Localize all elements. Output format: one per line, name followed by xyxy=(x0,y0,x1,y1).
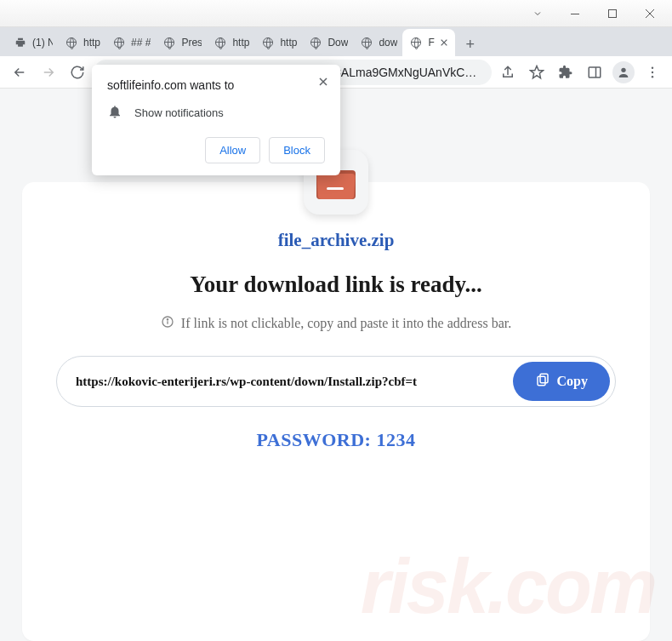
browser-tab[interactable]: Pres xyxy=(156,29,207,56)
svg-rect-12 xyxy=(538,376,545,386)
filename-label: file_archive.zip xyxy=(56,230,616,251)
browser-tab[interactable]: http xyxy=(254,29,302,56)
globe-icon xyxy=(65,36,78,49)
browser-tab[interactable]: (1) N xyxy=(7,29,58,56)
globe-icon xyxy=(112,36,126,49)
tab-label: dow xyxy=(379,37,397,49)
tab-label: Dow xyxy=(327,37,348,49)
close-window-button[interactable] xyxy=(631,2,669,26)
close-tab-icon[interactable] xyxy=(438,37,450,49)
svg-rect-2 xyxy=(589,67,601,77)
reload-button[interactable] xyxy=(65,60,90,85)
printer-icon xyxy=(14,36,27,49)
copy-label: Copy xyxy=(557,374,588,389)
hint-row: If link is not clickable, copy and paste… xyxy=(56,315,616,332)
tab-label: http xyxy=(83,37,100,49)
notification-title: softlifeinfo.com wants to xyxy=(107,78,325,92)
new-tab-button[interactable]: + xyxy=(458,32,482,56)
side-panel-icon[interactable] xyxy=(582,60,607,85)
svg-point-6 xyxy=(652,71,653,72)
browser-tab-active[interactable]: F xyxy=(402,29,454,56)
tab-label: Pres xyxy=(181,37,202,49)
svg-point-5 xyxy=(652,66,653,68)
globe-icon xyxy=(214,36,227,49)
tab-label: http xyxy=(232,37,249,49)
tab-strip: (1) N http ## # Pres http http Dow dow F… xyxy=(0,27,672,56)
svg-rect-0 xyxy=(571,14,579,14)
tab-label: F xyxy=(428,37,434,49)
hint-text: If link is not clickable, copy and paste… xyxy=(181,316,511,331)
svg-rect-11 xyxy=(540,374,548,383)
download-url-text[interactable]: https://kokovic-enterijeri.rs/wp-content… xyxy=(76,375,504,389)
share-icon[interactable] xyxy=(495,60,521,85)
browser-tab[interactable]: Dow xyxy=(302,29,353,56)
kebab-menu-icon[interactable] xyxy=(640,60,665,85)
tab-label: (1) N xyxy=(32,37,53,49)
notification-prompt: softlifeinfo.com wants to Show notificat… xyxy=(92,65,340,175)
browser-tab[interactable]: ## # xyxy=(105,29,156,56)
forward-button[interactable] xyxy=(36,60,61,85)
svg-point-7 xyxy=(652,76,653,77)
clipboard-icon xyxy=(535,372,550,391)
browser-tab[interactable]: http xyxy=(207,29,254,56)
svg-rect-1 xyxy=(609,9,617,17)
copy-button[interactable]: Copy xyxy=(513,362,610,401)
minimize-button[interactable] xyxy=(556,2,594,26)
maximize-button[interactable] xyxy=(594,2,631,26)
globe-icon xyxy=(360,36,373,49)
chevron-down-icon[interactable] xyxy=(519,2,556,26)
globe-icon xyxy=(409,36,423,49)
extensions-icon[interactable] xyxy=(553,60,578,85)
tab-label: ## # xyxy=(131,37,151,49)
browser-tab[interactable]: dow xyxy=(353,29,402,56)
bookmark-star-icon[interactable] xyxy=(524,60,550,85)
back-button[interactable] xyxy=(7,60,32,85)
allow-button[interactable]: Allow xyxy=(205,137,260,163)
globe-icon xyxy=(261,36,275,49)
bell-icon xyxy=(107,104,122,122)
info-icon xyxy=(161,315,174,332)
download-card: file_archive.zip Your download link is r… xyxy=(22,182,650,641)
block-button[interactable]: Block xyxy=(269,137,325,163)
window-controls xyxy=(0,0,672,27)
svg-point-10 xyxy=(167,319,168,320)
download-link-row: https://kokovic-enterijeri.rs/wp-content… xyxy=(56,356,616,407)
close-icon[interactable] xyxy=(315,73,332,90)
browser-tab[interactable]: http xyxy=(58,29,105,56)
password-label: PASSWORD: 1234 xyxy=(56,429,616,451)
globe-icon xyxy=(162,36,176,49)
headline: Your download link is ready... xyxy=(56,272,616,298)
svg-point-4 xyxy=(621,67,625,72)
globe-icon xyxy=(309,36,322,49)
profile-avatar[interactable] xyxy=(611,60,636,85)
tab-label: http xyxy=(280,37,297,49)
notification-body: Show notifications xyxy=(134,106,224,119)
